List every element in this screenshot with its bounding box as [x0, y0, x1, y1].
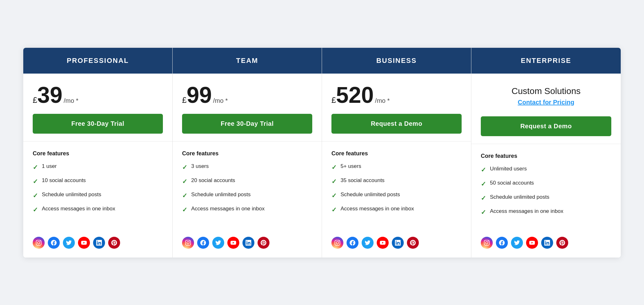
price-period: /mo * [213, 97, 228, 104]
feature-text: Access messages in one inbox [341, 205, 414, 213]
feature-text: 50 social accounts [490, 179, 534, 187]
plan-price-section-professional: £39/mo *Free 30-Day Trial [23, 74, 172, 141]
twitter-icon[interactable] [362, 237, 374, 249]
feature-text: Schedule unlimited posts [42, 191, 101, 198]
plan-card-team: TEAM£99/mo *Free 30-Day TrialCore featur… [173, 48, 322, 258]
pricing-grid: PROFESSIONAL£39/mo *Free 30-Day TrialCor… [23, 48, 621, 258]
check-icon: ✓ [182, 205, 187, 214]
feature-item: ✓Access messages in one inbox [33, 205, 163, 214]
feature-text: 20 social accounts [191, 177, 235, 184]
features-section-enterprise: Core features✓Unlimited users✓50 social … [471, 144, 621, 230]
feature-item: ✓Access messages in one inbox [331, 205, 462, 214]
feature-text: 5+ users [341, 163, 361, 170]
check-icon: ✓ [481, 180, 486, 188]
feature-item: ✓35 social accounts [331, 177, 462, 186]
check-icon: ✓ [182, 191, 187, 200]
plan-price-professional: £39/mo * [33, 84, 163, 106]
feature-text: 35 social accounts [341, 177, 385, 184]
facebook-icon[interactable] [347, 237, 358, 249]
feature-item: ✓Access messages in one inbox [481, 208, 611, 217]
feature-text: Schedule unlimited posts [490, 193, 549, 201]
pinterest-icon[interactable] [258, 237, 269, 249]
custom-solutions-text: Custom Solutions [512, 86, 580, 96]
check-icon: ✓ [331, 163, 337, 172]
feature-item: ✓Schedule unlimited posts [182, 191, 312, 200]
check-icon: ✓ [182, 177, 187, 186]
price-currency: £ [33, 96, 37, 104]
custom-price-wrapper: Custom SolutionsContact for Pricing [481, 84, 611, 109]
price-period: /mo * [64, 97, 79, 104]
feature-item: ✓3 users [182, 163, 312, 172]
pinterest-icon[interactable] [407, 237, 419, 249]
facebook-icon[interactable] [48, 237, 60, 249]
plan-price-section-team: £99/mo *Free 30-Day Trial [173, 74, 322, 141]
feature-text: Unlimited users [490, 165, 527, 173]
check-icon: ✓ [33, 177, 38, 186]
features-section-business: Core features✓5+ users✓35 social account… [322, 141, 471, 230]
instagram-icon[interactable] [331, 237, 343, 249]
check-icon: ✓ [331, 205, 337, 214]
price-amount: 520 [336, 84, 374, 106]
youtube-icon[interactable] [227, 237, 239, 249]
feature-item: ✓5+ users [331, 163, 462, 172]
social-icons-row-business [322, 230, 471, 258]
feature-text: 10 social accounts [42, 177, 86, 184]
twitter-icon[interactable] [511, 237, 523, 249]
social-icons-row-enterprise [471, 230, 621, 258]
youtube-icon[interactable] [526, 237, 538, 249]
youtube-icon[interactable] [78, 237, 90, 249]
feature-item: ✓1 user [33, 163, 163, 172]
plan-header-professional: PROFESSIONAL [23, 48, 172, 74]
features-heading: Core features [33, 150, 163, 157]
youtube-icon[interactable] [377, 237, 389, 249]
cta-button-business[interactable]: Request a Demo [331, 114, 462, 134]
price-amount: 99 [186, 84, 212, 106]
linkedin-icon[interactable] [392, 237, 404, 249]
features-section-team: Core features✓3 users✓20 social accounts… [173, 141, 322, 230]
cta-button-professional[interactable]: Free 30-Day Trial [33, 114, 163, 134]
contact-pricing-link[interactable]: Contact for Pricing [518, 99, 574, 106]
price-currency: £ [331, 96, 336, 104]
linkedin-icon[interactable] [93, 237, 105, 249]
instagram-icon[interactable] [481, 237, 493, 249]
cta-button-enterprise[interactable]: Request a Demo [481, 116, 611, 136]
instagram-icon[interactable] [33, 237, 45, 249]
feature-item: ✓10 social accounts [33, 177, 163, 186]
check-icon: ✓ [33, 163, 38, 172]
twitter-icon[interactable] [212, 237, 224, 249]
price-period: /mo * [375, 97, 390, 104]
check-icon: ✓ [481, 208, 486, 217]
plan-price-team: £99/mo * [182, 84, 312, 106]
feature-text: 1 user [42, 163, 57, 170]
feature-text: Schedule unlimited posts [191, 191, 251, 198]
plan-card-professional: PROFESSIONAL£39/mo *Free 30-Day TrialCor… [23, 48, 173, 258]
plan-header-enterprise: ENTERPRISE [471, 48, 621, 74]
feature-item: ✓Schedule unlimited posts [331, 191, 462, 200]
instagram-icon[interactable] [182, 237, 194, 249]
cta-button-team[interactable]: Free 30-Day Trial [182, 114, 312, 134]
plan-header-team: TEAM [173, 48, 322, 74]
check-icon: ✓ [331, 177, 337, 186]
twitter-icon[interactable] [63, 237, 75, 249]
feature-text: Access messages in one inbox [490, 208, 563, 215]
feature-text: Access messages in one inbox [42, 205, 115, 213]
price-amount: 39 [37, 84, 62, 106]
facebook-icon[interactable] [496, 237, 508, 249]
linkedin-icon[interactable] [541, 237, 553, 249]
check-icon: ✓ [331, 191, 337, 200]
pinterest-icon[interactable] [108, 237, 120, 249]
linkedin-icon[interactable] [242, 237, 254, 249]
check-icon: ✓ [33, 205, 38, 214]
feature-item: ✓Schedule unlimited posts [481, 193, 611, 202]
feature-text: 3 users [191, 163, 209, 170]
plan-card-enterprise: ENTERPRISECustom SolutionsContact for Pr… [471, 48, 621, 258]
social-icons-row-professional [23, 230, 172, 258]
feature-item: ✓Access messages in one inbox [182, 205, 312, 214]
plan-price-section-business: £520/mo *Request a Demo [322, 74, 471, 141]
facebook-icon[interactable] [197, 237, 209, 249]
plan-card-business: BUSINESS£520/mo *Request a DemoCore feat… [322, 48, 471, 258]
feature-text: Access messages in one inbox [191, 205, 264, 213]
feature-item: ✓Schedule unlimited posts [33, 191, 163, 200]
pinterest-icon[interactable] [556, 237, 568, 249]
plan-price-section-enterprise: Custom SolutionsContact for PricingReque… [471, 74, 621, 144]
